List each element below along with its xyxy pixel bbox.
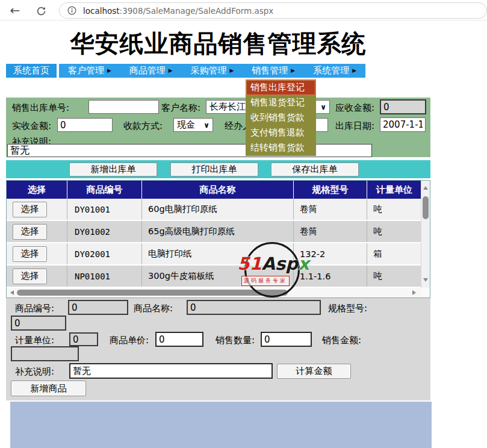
menu-item-pay-refund[interactable]: 支付销售退款 [246, 125, 315, 140]
header-select: 选择 [7, 181, 67, 199]
received-input[interactable] [57, 118, 113, 132]
order-remark-input[interactable] [7, 144, 372, 157]
address-bar[interactable]: localhost:3908/SaleManage/SaleAddForm.as… [59, 2, 487, 19]
refresh-icon[interactable] [35, 5, 47, 17]
date-input[interactable] [380, 117, 426, 132]
nav-item-label: 系统管理 [313, 65, 349, 76]
page-title: 华安纸业商品销售管理系统 [6, 30, 430, 57]
nav-item-sale[interactable]: 销售管理 ▶ [243, 64, 304, 78]
header-name: 商品名称 [142, 181, 294, 199]
cell-spec: 卷筒 [294, 221, 367, 242]
submenu-arrow-icon: ▶ [291, 68, 295, 73]
nav-item-home[interactable]: 系统首页 [6, 64, 57, 78]
watermark-51: 51 [237, 254, 261, 274]
row-select-button[interactable]: 选择 [13, 202, 47, 217]
table-header-row: 选择 商品编号 商品名称 规格型号 计量单位 [7, 181, 421, 199]
cell-name: 60g电脑打印原纸 [142, 199, 294, 220]
cell-unit: 吨 [367, 221, 421, 242]
detail-unit-input[interactable] [69, 332, 98, 346]
nav-item-label: 客户管理 [68, 65, 104, 76]
detail-name-label: 商品名称: [134, 303, 173, 314]
detail-code-input[interactable] [68, 300, 128, 315]
order-no-input[interactable] [88, 100, 159, 114]
receivable-input[interactable] [380, 99, 426, 114]
detail-qty-label: 销售数量: [216, 335, 255, 346]
site-info-icon[interactable] [67, 6, 76, 15]
scroll-down-icon[interactable] [423, 278, 428, 282]
detail-amount-label: 销售金额: [322, 335, 361, 346]
menu-item-carry-forward[interactable]: 结转销售货款 [246, 140, 315, 155]
horizontal-scrollbar[interactable] [7, 288, 421, 297]
scroll-left-icon[interactable] [10, 290, 14, 295]
cell-spec: 卷筒 [294, 199, 367, 220]
nav-item-label: 销售管理 [252, 65, 288, 76]
submenu-arrow-icon: ▶ [107, 68, 111, 73]
row-select-button[interactable]: 选择 [13, 224, 47, 240]
table-row: 选择 DY01002 65g高级电脑打印原纸 卷筒 吨 [7, 221, 421, 243]
menu-item-sale-out-register[interactable]: 销售出库登记 [246, 80, 315, 95]
calc-amount-button[interactable]: 计算金额 [277, 364, 351, 379]
save-order-button[interactable]: 保存出库单 [271, 163, 359, 176]
submenu-arrow-icon: ▶ [352, 68, 356, 73]
header-code: 商品编号 [67, 181, 142, 199]
horizontal-scroll-thumb[interactable] [17, 290, 288, 296]
detail-name-input[interactable] [187, 300, 321, 315]
detail-remark-label: 补充说明: [15, 366, 54, 378]
cell-code: DY02001 [67, 243, 142, 264]
menu-item-sale-return-register[interactable]: 销售退货登记 [246, 95, 315, 110]
header-unit: 计量单位 [367, 181, 421, 199]
row-select-button[interactable]: 选择 [13, 246, 47, 262]
detail-price-label: 商品单价: [110, 335, 149, 346]
header-spec: 规格型号 [294, 181, 367, 199]
table-row: 选择 DY02001 电脑打印纸 132-2 箱 [7, 243, 421, 266]
customer-select-value: 长寿长江 [209, 101, 246, 113]
receivable-label: 应收金额: [335, 102, 374, 114]
table-row: 选择 NP01001 300g牛皮箱板纸 1.1-1.6 吨 [7, 266, 421, 288]
payment-label: 收款方式: [123, 120, 163, 132]
submenu-arrow-icon: ▶ [230, 68, 234, 73]
combo-arrow-icon: ∨ [203, 121, 209, 129]
detail-remark-input[interactable] [69, 363, 273, 379]
app-window: ← localhost:3908/SaleManage/SaleAddForm.… [0, 0, 487, 448]
detail-price-input[interactable] [155, 332, 203, 347]
sale-dropdown-menu: 销售出库登记 销售退货登记 收到销售货款 支付销售退款 结转销售货款 [246, 79, 316, 156]
scroll-up-icon[interactable] [423, 186, 428, 190]
order-no-label: 销售出库单号: [12, 102, 69, 114]
detail-qty-input[interactable] [261, 332, 312, 347]
payment-select-value: 现金 [177, 119, 195, 131]
detail-spec-input[interactable] [11, 316, 66, 331]
nav-bar: 客户管理 ▶ 商品管理 ▶ 采购管理 ▶ 销售管理 ▶ 系统管理 ▶ [59, 64, 365, 78]
cell-unit: 箱 [367, 243, 421, 264]
vertical-scroll-thumb[interactable] [423, 196, 429, 219]
detail-unit-label: 计量单位: [15, 335, 54, 346]
cell-code: DY01002 [67, 221, 142, 242]
vertical-scrollbar[interactable] [421, 181, 430, 288]
nav-item-purchase[interactable]: 采购管理 ▶ [182, 64, 243, 78]
nav-item-label: 采购管理 [191, 65, 227, 76]
combo-arrow-icon: ∨ [320, 103, 326, 111]
nav-item-customer[interactable]: 客户管理 ▶ [59, 64, 120, 78]
detail-spec-label: 规格型号: [328, 303, 367, 314]
cell-code: DY01001 [67, 199, 142, 220]
cell-unit: 吨 [367, 266, 421, 287]
row-select-button[interactable]: 选择 [13, 269, 47, 284]
nav-item-product[interactable]: 商品管理 ▶ [120, 64, 182, 78]
product-table: 选择 商品编号 商品名称 规格型号 计量单位 选择 DY01001 60g电脑打… [6, 180, 430, 298]
cell-name: 65g高级电脑打印原纸 [142, 221, 294, 242]
scroll-right-icon[interactable] [412, 290, 416, 295]
detail-amount-input[interactable] [11, 346, 79, 361]
cell-code: NP01001 [67, 266, 142, 287]
table-row: 选择 DY01001 60g电脑打印原纸 卷筒 吨 [7, 199, 421, 221]
new-order-button[interactable]: 新增出库单 [69, 163, 157, 176]
add-product-button[interactable]: 新增商品 [11, 381, 86, 396]
payment-select[interactable]: 现金 ∨ [173, 118, 213, 132]
watermark-asp: Asp [262, 254, 298, 274]
cell-unit: 吨 [367, 199, 421, 220]
date-label: 出库日期: [335, 120, 374, 132]
submenu-arrow-icon: ▶ [169, 68, 173, 73]
menu-item-receive-payment[interactable]: 收到销售货款 [246, 110, 315, 125]
print-order-button[interactable]: 打印出库单 [170, 163, 258, 176]
nav-item-system[interactable]: 系统管理 ▶ [304, 64, 365, 78]
watermark-logo: 51Aspx [232, 255, 314, 273]
back-icon[interactable]: ← [7, 2, 23, 18]
